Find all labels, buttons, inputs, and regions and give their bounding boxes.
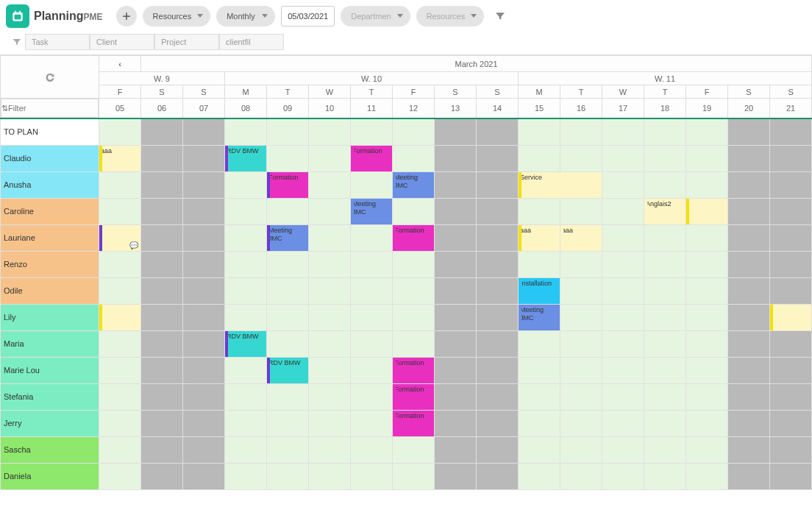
grid-cell[interactable] (435, 224, 477, 251)
grid-cell[interactable] (728, 330, 770, 357)
grid-cell[interactable] (141, 224, 183, 251)
grid-cell[interactable] (686, 463, 728, 489)
grid-cell[interactable] (435, 118, 477, 145)
grid-cell[interactable] (477, 277, 519, 304)
grid-cell[interactable] (435, 304, 477, 330)
grid-cell[interactable] (393, 463, 435, 489)
grid-cell[interactable] (602, 171, 644, 198)
event[interactable]: RDV BMW (267, 358, 308, 383)
grid-cell[interactable] (728, 224, 770, 251)
event[interactable]: Formation (351, 146, 392, 171)
filter-icon[interactable] (9, 34, 25, 50)
grid-cell[interactable] (225, 410, 267, 436)
grid-cell[interactable] (141, 198, 183, 224)
grid-cell[interactable] (602, 410, 644, 436)
grid-cell[interactable] (686, 436, 728, 463)
grid-cell[interactable] (183, 171, 225, 198)
resources-select-2[interactable]: Resources (416, 6, 485, 26)
grid-cell[interactable]: Installation (519, 277, 560, 304)
prev-button[interactable]: ‹ (118, 60, 121, 68)
grid-cell[interactable] (477, 118, 519, 145)
grid-cell[interactable] (99, 118, 141, 145)
resource-cell[interactable]: Caroline (1, 198, 99, 224)
grid-cell[interactable] (770, 463, 812, 489)
event[interactable]: Formation (267, 172, 308, 198)
grid-cell[interactable] (393, 198, 435, 224)
grid-cell[interactable] (519, 357, 560, 383)
grid-cell[interactable] (644, 277, 686, 304)
grid-cell[interactable] (435, 251, 477, 277)
grid-cell[interactable] (99, 277, 141, 304)
grid-cell[interactable]: Formation (393, 410, 435, 436)
grid-cell[interactable] (770, 277, 812, 304)
grid-cell[interactable] (225, 383, 267, 410)
grid-cell[interactable] (728, 145, 770, 171)
grid-cell[interactable] (644, 118, 686, 145)
grid-cell[interactable] (686, 410, 728, 436)
grid-cell[interactable] (686, 118, 728, 145)
add-button[interactable] (116, 6, 137, 26)
grid-cell[interactable] (183, 198, 225, 224)
grid-cell[interactable] (435, 383, 477, 410)
event[interactable] (686, 199, 727, 224)
grid-cell[interactable] (686, 330, 728, 357)
grid-cell[interactable] (519, 251, 560, 277)
grid-cell[interactable] (183, 224, 225, 251)
grid-cell[interactable] (519, 198, 560, 224)
grid-cell[interactable] (225, 304, 267, 330)
grid-cell[interactable] (351, 224, 393, 251)
resource-cell[interactable]: TO PLAN (1, 118, 99, 145)
grid-cell[interactable] (267, 436, 309, 463)
grid-cell[interactable]: Meeting JMC (519, 304, 560, 330)
event[interactable]: RDV BMW (225, 146, 266, 171)
resource-cell[interactable]: Claudio (1, 145, 99, 171)
resources-select[interactable]: Resources (143, 6, 211, 26)
grid-cell[interactable] (728, 410, 770, 436)
grid-cell[interactable] (644, 410, 686, 436)
grid-cell[interactable] (141, 410, 183, 436)
grid-cell[interactable] (477, 171, 519, 198)
grid-cell[interactable] (728, 304, 770, 330)
grid-cell[interactable] (435, 198, 477, 224)
grid-cell[interactable] (560, 145, 602, 171)
grid-cell[interactable] (141, 463, 183, 489)
grid-cell[interactable] (686, 145, 728, 171)
grid-cell[interactable] (225, 118, 267, 145)
grid-cell[interactable] (519, 436, 560, 463)
grid-cell[interactable] (393, 251, 435, 277)
event[interactable]: Anglais2 (644, 199, 685, 224)
grid-cell[interactable] (728, 251, 770, 277)
date-input[interactable]: 05/03/2021 (281, 6, 335, 26)
grid-cell[interactable] (393, 277, 435, 304)
grid-cell[interactable] (644, 383, 686, 410)
grid-cell[interactable] (141, 436, 183, 463)
grid-cell[interactable] (770, 145, 812, 171)
grid-cell[interactable] (351, 357, 393, 383)
grid-cell[interactable] (435, 463, 477, 489)
resource-cell[interactable]: Renzo (1, 251, 99, 277)
grid-cell[interactable] (351, 251, 393, 277)
grid-cell[interactable] (602, 357, 644, 383)
grid-cell[interactable] (99, 304, 141, 330)
grid-cell[interactable] (435, 145, 477, 171)
grid-cell[interactable] (560, 410, 602, 436)
grid-cell[interactable]: Formation (393, 224, 435, 251)
filter-task[interactable]: Task (25, 34, 90, 50)
grid-cell[interactable]: aaa (99, 145, 141, 171)
resource-cell[interactable]: Maria (1, 330, 99, 357)
grid-cell[interactable] (519, 410, 560, 436)
grid-cell[interactable] (686, 224, 728, 251)
grid-cell[interactable] (99, 410, 141, 436)
grid-cell[interactable] (267, 330, 309, 357)
resource-cell[interactable]: Stefania (1, 383, 99, 410)
grid-cell[interactable] (99, 171, 141, 198)
grid-cell[interactable] (519, 145, 560, 171)
resource-cell[interactable]: Sascha (1, 436, 99, 463)
grid-cell[interactable] (225, 171, 267, 198)
grid-cell[interactable] (560, 198, 602, 224)
event[interactable]: Formation (393, 384, 434, 410)
grid-cell[interactable] (644, 171, 686, 198)
event[interactable]: Meeting JMC (519, 305, 560, 330)
grid-cell[interactable] (519, 463, 560, 489)
grid-cell[interactable] (141, 145, 183, 171)
